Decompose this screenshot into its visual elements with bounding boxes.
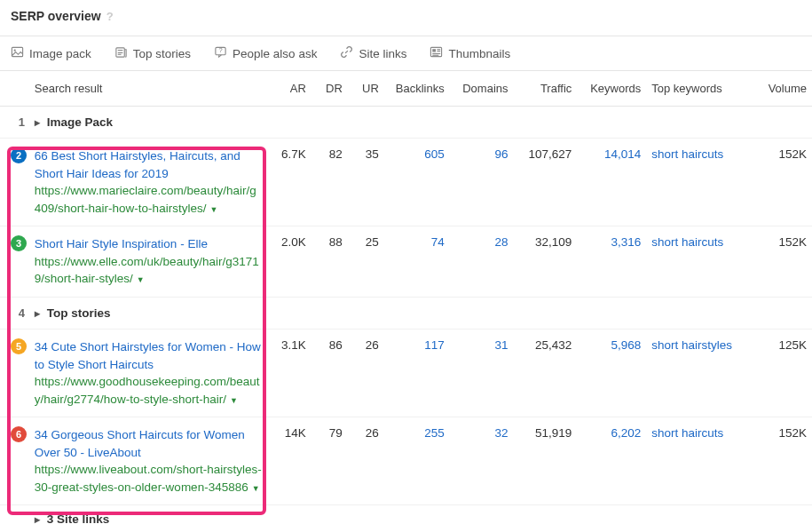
domains-link[interactable]: 28	[494, 235, 508, 249]
rank-number: 1	[11, 115, 27, 129]
result-url[interactable]: https://www.marieclaire.com/beauty/hair/…	[35, 184, 256, 215]
dr-cell: 79	[311, 417, 348, 505]
filter-label: Image pack	[29, 47, 91, 60]
rank-badge: 2	[11, 147, 27, 163]
traffic-cell: 32,109	[514, 226, 578, 298]
ur-cell: 35	[348, 139, 384, 226]
top-keyword-link[interactable]: short hairstyles	[651, 338, 732, 352]
rank-badge: 6	[11, 426, 27, 442]
col-header[interactable]: Traffic	[514, 71, 578, 107]
volume-cell: 152K	[752, 226, 812, 298]
filter-label: People also ask	[233, 47, 317, 60]
keywords-link[interactable]: 14,014	[604, 147, 641, 161]
top-keyword-link[interactable]: short haircuts	[651, 426, 723, 440]
backlinks-link[interactable]: 117	[424, 338, 445, 352]
filter-bar: Image packTop stories?People also askSit…	[0, 36, 812, 71]
expand-icon[interactable]	[35, 115, 47, 129]
ur-cell: 25	[348, 226, 384, 298]
rank-badge: 5	[11, 338, 27, 354]
ar-cell: 14K	[268, 417, 311, 505]
link-icon	[340, 45, 353, 61]
url-dropdown-icon[interactable]: ▼	[137, 275, 145, 284]
filter-site-links[interactable]: Site links	[340, 45, 406, 61]
filter-top-stories[interactable]: Top stories	[114, 45, 191, 61]
keywords-link[interactable]: 3,316	[611, 235, 641, 249]
filter-label: Site links	[359, 47, 406, 60]
filter-label: Thumbnails	[448, 47, 510, 60]
news-icon	[114, 45, 128, 61]
rank-badge: 3	[11, 235, 27, 251]
result-title[interactable]: Short Hair Style Inspiration - Elle	[35, 237, 208, 250]
col-header[interactable]: Volume	[752, 71, 812, 107]
ar-cell: 2.0K	[268, 226, 311, 298]
url-dropdown-icon[interactable]: ▼	[252, 484, 260, 493]
result-title[interactable]: 34 Gorgeous Short Haircuts for Women Ove…	[35, 428, 245, 459]
url-dropdown-icon[interactable]: ▼	[209, 205, 217, 214]
expand-icon[interactable]	[35, 306, 47, 320]
volume-cell: 152K	[752, 417, 812, 505]
dr-cell: 88	[311, 226, 348, 298]
backlinks-link[interactable]: 255	[424, 426, 445, 440]
thumb-icon	[430, 45, 443, 61]
result-title[interactable]: 66 Best Short Hairstyles, Haircuts, and …	[35, 149, 240, 180]
domains-link[interactable]: 31	[494, 338, 508, 352]
col-header[interactable]: Backlinks	[384, 71, 450, 107]
col-header[interactable]: Keywords	[577, 71, 646, 107]
dr-cell: 86	[311, 329, 348, 417]
result-title[interactable]: 34 Cute Short Hairstyles for Women - How…	[35, 340, 261, 371]
section-label: 3 Site links	[47, 512, 110, 524]
expand-icon[interactable]	[35, 512, 47, 524]
top-keyword-link[interactable]: short haircuts	[651, 147, 723, 161]
col-header[interactable]: Search result	[29, 71, 268, 107]
domains-link[interactable]: 96	[494, 147, 508, 161]
section-label: Image Pack	[47, 115, 113, 129]
volume-cell: 152K	[752, 139, 812, 226]
col-header[interactable]: Top keywords	[646, 71, 752, 107]
traffic-cell: 25,432	[514, 329, 578, 417]
col-header[interactable]: Domains	[450, 71, 514, 107]
backlinks-link[interactable]: 74	[431, 235, 445, 249]
page-title: SERP overview	[11, 9, 101, 23]
ur-cell: 26	[348, 329, 384, 417]
help-icon[interactable]: ?	[106, 10, 114, 23]
section-label: Top stories	[47, 306, 111, 320]
traffic-cell: 51,919	[514, 417, 578, 505]
ur-cell: 26	[348, 417, 384, 505]
col-header[interactable]: UR	[348, 71, 384, 107]
keywords-link[interactable]: 6,202	[611, 426, 641, 440]
filter-image-pack[interactable]: Image pack	[11, 45, 91, 61]
svg-rect-9	[433, 49, 437, 52]
col-header[interactable]: DR	[311, 71, 348, 107]
domains-link[interactable]: 32	[494, 426, 508, 440]
filter-label: Top stories	[133, 47, 191, 60]
result-url[interactable]: https://www.liveabout.com/short-hairstyl…	[35, 463, 262, 494]
url-dropdown-icon[interactable]: ▼	[230, 396, 238, 405]
rank-number: 4	[11, 306, 27, 320]
filter-people-also-ask[interactable]: ?People also ask	[214, 45, 317, 61]
dr-cell: 82	[311, 139, 348, 226]
top-keyword-link[interactable]: short haircuts	[651, 235, 723, 249]
result-url[interactable]: https://www.elle.com/uk/beauty/hair/g317…	[35, 255, 259, 286]
filter-thumbnails[interactable]: Thumbnails	[430, 45, 510, 61]
result-url[interactable]: https://www.goodhousekeeping.com/beauty/…	[35, 375, 260, 406]
serp-table: Search resultARDRURBacklinksDomainsTraff…	[0, 71, 812, 524]
ar-cell: 6.7K	[268, 139, 311, 226]
volume-cell: 125K	[752, 329, 812, 417]
backlinks-link[interactable]: 605	[424, 147, 445, 161]
traffic-cell: 107,627	[514, 139, 578, 226]
svg-point-1	[14, 50, 16, 52]
keywords-link[interactable]: 5,968	[611, 338, 641, 352]
image-icon	[11, 45, 24, 61]
svg-text:?: ?	[218, 46, 222, 54]
question-icon: ?	[214, 45, 227, 61]
col-header[interactable]: AR	[268, 71, 311, 107]
ar-cell: 3.1K	[268, 329, 311, 417]
